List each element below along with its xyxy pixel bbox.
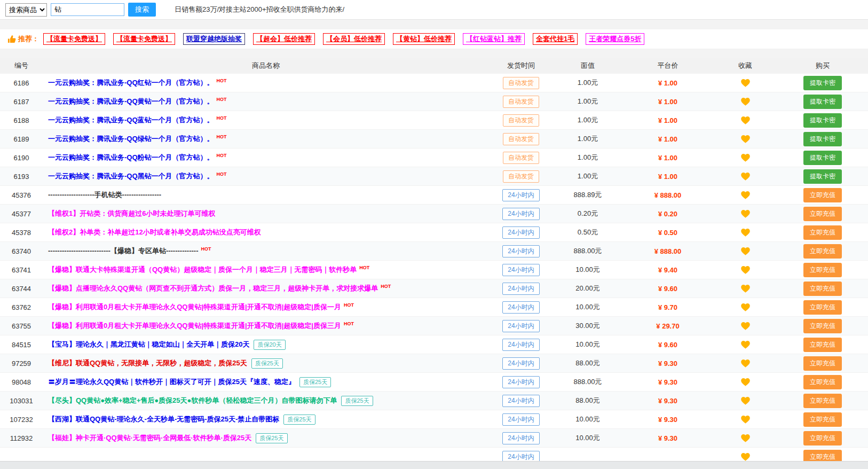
buy-button[interactable]: 立即充值 bbox=[803, 319, 842, 333]
buy-button[interactable]: 提取卡密 bbox=[803, 76, 842, 90]
search-category-select[interactable]: 搜索商品 bbox=[5, 3, 47, 17]
recommend-link[interactable]: 联盟穿越绝版抽奖 bbox=[183, 33, 245, 45]
favorite-cell bbox=[713, 378, 777, 386]
favorite-heart-icon[interactable] bbox=[741, 191, 750, 199]
product-name-link[interactable]: 一元云购抽奖：腾讯业务-QQ粉钻一个月（官方钻）。 bbox=[48, 153, 214, 162]
delivery-cell: 24小时内 bbox=[489, 395, 553, 407]
favorite-heart-icon[interactable] bbox=[741, 341, 750, 349]
favorite-heart-icon[interactable] bbox=[741, 79, 750, 87]
product-name-cell: 【西湖】联通QQ黄钻-理论永久-全天秒单-无需密码-质保25天-禁止自带图标 质… bbox=[43, 415, 489, 425]
delivery-badge: 24小时内 bbox=[502, 395, 539, 407]
buy-button[interactable]: 立即充值 bbox=[803, 282, 842, 296]
favorite-heart-icon[interactable] bbox=[741, 173, 750, 181]
product-name-link[interactable]: 【宝马】理论永久｜黑龙江黄钻｜稳定如山｜全天开单｜质保20天 bbox=[48, 340, 249, 349]
buy-button[interactable]: 提取卡密 bbox=[803, 95, 842, 109]
product-name-link[interactable]: 〓岁月〓理论永久QQ黄钻｜软件秒开｜图标灭了可开｜质保25天『速度、稳定』 bbox=[48, 377, 295, 387]
buy-button[interactable]: 立即充值 bbox=[803, 450, 842, 462]
delivery-cell: 24小时内 bbox=[489, 357, 553, 370]
favorite-heart-icon[interactable] bbox=[741, 135, 750, 143]
search-button[interactable]: 搜索 bbox=[128, 3, 156, 17]
favorite-heart-icon[interactable] bbox=[741, 397, 750, 405]
favorite-heart-icon[interactable] bbox=[741, 416, 750, 424]
product-name-link[interactable]: --------------------手机钻类----------------… bbox=[48, 190, 161, 200]
favorite-cell bbox=[713, 116, 777, 124]
delivery-badge: 24小时内 bbox=[502, 451, 539, 462]
recommend-link[interactable]: 【超会】低价推荐 bbox=[253, 33, 315, 45]
buy-button[interactable]: 立即充值 bbox=[803, 375, 842, 389]
product-name-link[interactable]: 【维尼】联通QQ黄钻，无限接单，无限秒，超级稳定，质保25天 bbox=[48, 358, 247, 368]
favorite-heart-icon[interactable] bbox=[741, 266, 750, 274]
favorite-heart-icon[interactable] bbox=[741, 154, 750, 162]
product-name-link[interactable]: 一元云购抽奖：腾讯业务-QQ蓝钻一个月（官方钻）。 bbox=[48, 115, 214, 125]
product-name-link[interactable]: 【爆稳】联通大卡特殊渠道开通（QQ黄钻）超级稳定｜质保一个月｜稳定三月｜无需密码… bbox=[48, 265, 357, 275]
product-name-link[interactable]: 【爆稳】利用联通0月租大卡开单理论永久QQ黄钻|特殊渠道开通|开通不取消|超级稳… bbox=[48, 321, 341, 331]
platform-price: ¥ 1.00 bbox=[622, 98, 713, 106]
buy-button[interactable]: 立即充值 bbox=[803, 225, 842, 240]
product-name-link[interactable]: 【爆稳】点播理论永久QQ黄钻（网页查不到开通方式）质保一月，稳定三月，超级神卡开… bbox=[48, 284, 378, 293]
recommend-link[interactable]: 全套代挂1毛 bbox=[533, 33, 578, 45]
buy-button[interactable]: 立即充值 bbox=[803, 244, 842, 259]
product-name-link[interactable]: 一元云购抽奖：腾讯业务-QQ红钻一个月（官方钻）。 bbox=[48, 78, 214, 88]
header-id: 编号 bbox=[0, 61, 43, 71]
favorite-heart-icon[interactable] bbox=[741, 247, 750, 255]
product-name-link[interactable]: ---------------------------【爆稳】专区单钻-----… bbox=[48, 246, 199, 256]
face-value: 1.00元 bbox=[553, 115, 622, 125]
hot-label: HOT bbox=[201, 246, 211, 252]
buy-button[interactable]: 提取卡密 bbox=[803, 151, 842, 165]
buy-button[interactable]: 立即充值 bbox=[803, 338, 842, 352]
favorite-heart-icon[interactable] bbox=[741, 359, 750, 368]
buy-button[interactable]: 立即充值 bbox=[803, 431, 842, 445]
buy-button[interactable]: 立即充值 bbox=[803, 207, 842, 221]
product-name-cell: 【爆稳】利用联通0月租大卡开单理论永久QQ黄钻|特殊渠道开通|开通不取消|超级稳… bbox=[43, 302, 489, 312]
favorite-heart-icon[interactable] bbox=[741, 98, 750, 106]
favorite-heart-icon[interactable] bbox=[741, 322, 750, 330]
buy-button[interactable]: 立即充值 bbox=[803, 394, 842, 408]
product-id: 97259 bbox=[0, 359, 43, 368]
favorite-heart-icon[interactable] bbox=[741, 453, 750, 461]
product-name-link[interactable]: 【维权2】补单类：补单超过12小时或者补单交易成功钻没点亮可维权 bbox=[48, 228, 261, 237]
favorite-heart-icon[interactable] bbox=[741, 210, 750, 218]
favorite-heart-icon[interactable] bbox=[741, 285, 750, 293]
platform-price: ¥ 9.30 bbox=[622, 416, 713, 424]
buy-button[interactable]: 提取卡密 bbox=[803, 169, 842, 184]
product-name-link[interactable]: 【爆稳】利用联通0月租大卡开单理论永久QQ黄钻|特殊渠道开通|开通不取消|超级稳… bbox=[48, 302, 341, 312]
product-name-cell: 〓岁月〓理论永久QQ黄钻｜软件秒开｜图标灭了可开｜质保25天『速度、稳定』 质保… bbox=[43, 377, 489, 387]
platform-price: ¥ 1.00 bbox=[622, 173, 713, 181]
favorite-heart-icon[interactable] bbox=[741, 378, 750, 386]
face-value: 0.20元 bbox=[553, 209, 622, 218]
product-id: 63741 bbox=[0, 266, 43, 274]
product-name-link[interactable]: 【维权1】开钻类：供货商超过6小时未处理订单可维权 bbox=[48, 209, 215, 218]
product-name-link[interactable]: 【西湖】联通QQ黄钻-理论永久-全天秒单-无需密码-质保25天-禁止自带图标 bbox=[48, 415, 279, 424]
search-input[interactable] bbox=[51, 3, 124, 16]
hot-label: HOT bbox=[344, 321, 354, 326]
table-row: 6189 一元云购抽奖：腾讯业务-QQ绿钻一个月（官方钻）。 HOT 自动发货 … bbox=[0, 130, 868, 148]
delivery-badge: 24小时内 bbox=[502, 339, 539, 351]
buy-button[interactable]: 立即充值 bbox=[803, 263, 842, 277]
favorite-heart-icon[interactable] bbox=[741, 116, 750, 124]
recommend-link[interactable]: 【红钻蓝钻】推荐 bbox=[463, 33, 525, 45]
favorite-heart-icon[interactable] bbox=[741, 434, 750, 442]
product-name-link[interactable]: 一元云购抽奖：腾讯业务-QQ黑钻一个月（官方钻）。 bbox=[48, 171, 214, 181]
recommend-link[interactable]: 王者荣耀点券5折 bbox=[586, 33, 644, 45]
recommend-link[interactable]: 【黄钻】低价推荐 bbox=[393, 33, 455, 45]
recommend-link[interactable]: 【流量卡免费送】 bbox=[113, 33, 175, 45]
buy-button[interactable]: 立即充值 bbox=[803, 188, 842, 202]
buy-button[interactable]: 立即充值 bbox=[803, 356, 842, 371]
product-name-link[interactable]: 一元云购抽奖：腾讯业务-QQ绿钻一个月（官方钻）。 bbox=[48, 134, 214, 144]
product-name-link[interactable]: 【尽头】QQ黄钻●效率+稳定+售后●质保25天●软件秒单（轻松稳定三个月）自带图… bbox=[48, 396, 337, 405]
buy-button[interactable]: 提取卡密 bbox=[803, 113, 842, 128]
favorite-cell bbox=[713, 209, 777, 218]
buy-button[interactable]: 立即充值 bbox=[803, 300, 842, 315]
favorite-heart-icon[interactable] bbox=[741, 229, 750, 237]
buy-button[interactable]: 立即充值 bbox=[803, 412, 842, 427]
header-face-value: 面值 bbox=[553, 61, 622, 71]
recommend-link[interactable]: 【流量卡免费送】 bbox=[43, 33, 105, 45]
recommend-link[interactable]: 【会员】低价推荐 bbox=[323, 33, 385, 45]
buy-button[interactable]: 提取卡密 bbox=[803, 132, 842, 146]
favorite-heart-icon[interactable] bbox=[741, 303, 750, 311]
product-name-link[interactable]: 【福娃】神卡开通·QQ黄钻·无需密码·全网最低·软件秒单·质保25天 bbox=[48, 433, 251, 443]
warranty-badge: 质保25天 bbox=[341, 396, 373, 406]
platform-price: ¥ 9.30 bbox=[622, 359, 713, 368]
favorite-cell bbox=[713, 265, 777, 274]
product-name-link[interactable]: 一元云购抽奖：腾讯业务-QQ黄钻一个月（官方钻）。 bbox=[48, 97, 214, 106]
